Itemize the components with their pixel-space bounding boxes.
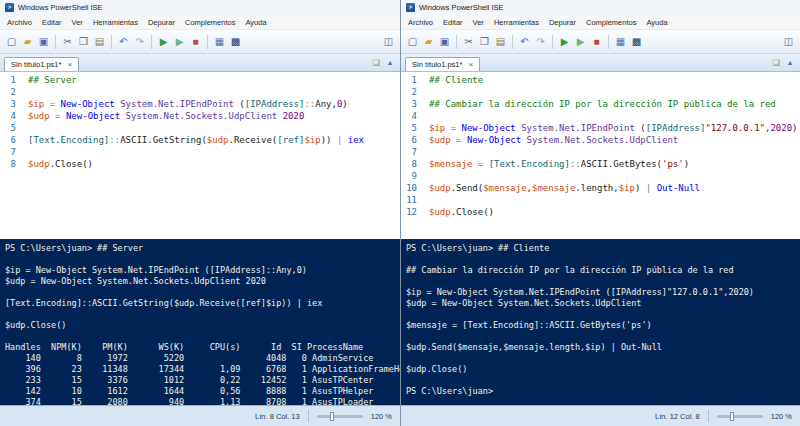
menu-editar[interactable]: Editar — [438, 17, 468, 28]
new-script-icon[interactable]: ▢ — [4, 34, 19, 49]
run-script-icon[interactable]: ▶ — [156, 34, 171, 49]
cursor-position: Lín. 8 Col. 13 — [255, 412, 300, 421]
script-pane-toggle-icon[interactable]: ▴ — [784, 57, 796, 69]
open-script-icon[interactable]: ▰ — [421, 34, 436, 49]
zoom-slider-thumb[interactable] — [330, 412, 334, 421]
line-number: 8 — [0, 158, 16, 170]
code-token: ) — [792, 123, 797, 133]
tab-sin-titulo1[interactable]: Sin título1.ps1* × — [405, 57, 480, 71]
code-token: [Text.Encoding] — [489, 159, 570, 169]
code-pane[interactable]: ## Cliente ## Cambiar la dirección IP po… — [421, 72, 798, 239]
title-bar[interactable]: > Windows PowerShell ISE — [401, 0, 800, 15]
code-token: [IPAddress] — [245, 99, 305, 109]
code-token: New-Object — [61, 99, 115, 109]
menu-archivo[interactable]: Archivo — [2, 17, 37, 28]
tab-bar: Sin título1.ps1* × ❏▴ — [0, 54, 400, 72]
stop-icon[interactable]: ■ — [589, 34, 604, 49]
run-script-icon[interactable]: ▶ — [557, 34, 572, 49]
code-line: $udp = New-Object System.Net.Sockets.Udp… — [28, 110, 364, 122]
pane-float-icon[interactable]: ❏ — [370, 57, 382, 69]
paste-icon[interactable]: ▤ — [92, 34, 107, 49]
script-pane-layout-icon[interactable]: ◫ — [781, 34, 796, 49]
script-pane-layout-icon[interactable]: ◫ — [381, 34, 396, 49]
tab-sin-titulo1[interactable]: Sin título1.ps1* × — [4, 57, 79, 71]
code-token: :: — [570, 159, 581, 169]
pane-float-icon[interactable]: ❏ — [770, 57, 782, 69]
start-powershell-icon[interactable]: ▩ — [629, 34, 644, 49]
code-pane[interactable]: ## Server $ip = New-Object System.Net.IP… — [20, 72, 364, 239]
console-pane[interactable]: PS C:\Users\juan> ## Cliente ## Cambiar … — [401, 239, 800, 405]
window-title: Windows PowerShell ISE — [419, 3, 504, 12]
script-pane-toggle-icon[interactable]: ▴ — [384, 57, 396, 69]
menu-editar[interactable]: Editar — [37, 17, 67, 28]
code-token: New-Object — [462, 123, 516, 133]
console-pane[interactable]: PS C:\Users\juan> ## Server $ip = New-Ob… — [0, 239, 400, 405]
menu-herramientas[interactable]: Herramientas — [489, 17, 544, 28]
code-token: :: — [109, 135, 120, 145]
run-selection-icon[interactable]: ▶ — [172, 34, 187, 49]
code-line — [429, 110, 798, 122]
copy-icon[interactable]: ❐ — [477, 34, 492, 49]
toolbar-icon-group: ▢▰▣✂❐▤↶↷▶▶■▦▩ — [405, 34, 644, 49]
redo-icon[interactable]: ↷ — [132, 34, 147, 49]
new-remote-powershell-tab-icon[interactable]: ▦ — [613, 34, 628, 49]
menu-complementos[interactable]: Complementos — [180, 17, 240, 28]
script-editor[interactable]: 12345678 ## Server $ip = New-Object Syst… — [0, 72, 400, 239]
console-line: PS C:\Users\juan> ## Server — [5, 243, 395, 254]
paste-icon[interactable]: ▤ — [493, 34, 508, 49]
line-number: 11 — [401, 194, 417, 206]
code-line — [429, 194, 798, 206]
console-line — [406, 276, 795, 287]
code-line: ## Cliente — [429, 74, 798, 86]
cursor-position: Lín. 12 Col. 8 — [655, 412, 700, 421]
zoom-slider-thumb[interactable] — [730, 412, 734, 421]
desktop: > Windows PowerShell ISE ArchivoEditarVe… — [0, 0, 800, 426]
open-script-icon[interactable]: ▰ — [20, 34, 35, 49]
cut-icon[interactable]: ✂ — [60, 34, 75, 49]
code-line: $udp.Close() — [28, 158, 364, 170]
toolbar-separator — [512, 35, 513, 49]
title-bar[interactable]: > Windows PowerShell ISE — [0, 0, 400, 15]
script-editor[interactable]: 123456789101112 ## Cliente ## Cambiar la… — [401, 72, 800, 239]
menu-ayuda[interactable]: Ayuda — [641, 17, 672, 28]
menu-ver[interactable]: Ver — [67, 17, 88, 28]
undo-icon[interactable]: ↶ — [517, 34, 532, 49]
run-selection-icon[interactable]: ▶ — [573, 34, 588, 49]
undo-icon[interactable]: ↶ — [116, 34, 131, 49]
start-powershell-icon[interactable]: ▩ — [228, 34, 243, 49]
console-line — [5, 254, 395, 265]
code-token: .length, — [575, 183, 618, 193]
zoom-slider[interactable] — [317, 415, 363, 418]
menu-ver[interactable]: Ver — [468, 17, 489, 28]
code-token: .Close() — [451, 207, 494, 217]
cut-icon[interactable]: ✂ — [461, 34, 476, 49]
code-token: System.Net.IPEndPoint — [521, 123, 635, 133]
code-token: ) — [684, 159, 689, 169]
new-script-icon[interactable]: ▢ — [405, 34, 420, 49]
save-script-icon[interactable]: ▣ — [36, 34, 51, 49]
menu-herramientas[interactable]: Herramientas — [88, 17, 143, 28]
save-script-icon[interactable]: ▣ — [437, 34, 452, 49]
tab-close-icon[interactable]: × — [468, 61, 473, 68]
toolbar-separator — [55, 35, 56, 49]
code-token: .Receive( — [229, 135, 278, 145]
line-number-gutter: 12345678 — [0, 72, 20, 239]
new-remote-powershell-tab-icon[interactable]: ▦ — [212, 34, 227, 49]
tab-close-icon[interactable]: × — [67, 61, 72, 68]
menu-depurar[interactable]: Depurar — [544, 17, 581, 28]
menu-archivo[interactable]: Archivo — [403, 17, 438, 28]
redo-icon[interactable]: ↷ — [533, 34, 548, 49]
line-number: 3 — [0, 98, 16, 110]
stop-icon[interactable]: ■ — [188, 34, 203, 49]
console-line: PS C:\Users\juan> — [406, 386, 795, 397]
zoom-slider[interactable] — [717, 415, 763, 418]
powershell-ise-icon: > — [5, 3, 14, 12]
menu-ayuda[interactable]: Ayuda — [240, 17, 271, 28]
console-line — [406, 375, 795, 386]
menu-depurar[interactable]: Depurar — [143, 17, 180, 28]
code-token: ) — [342, 99, 347, 109]
copy-icon[interactable]: ❐ — [76, 34, 91, 49]
console-line: $udp = New-Object System.Net.Sockets.Udp… — [406, 298, 795, 309]
status-right-cluster: Lín. 12 Col. 8 120 % — [655, 410, 792, 422]
menu-complementos[interactable]: Complementos — [581, 17, 641, 28]
